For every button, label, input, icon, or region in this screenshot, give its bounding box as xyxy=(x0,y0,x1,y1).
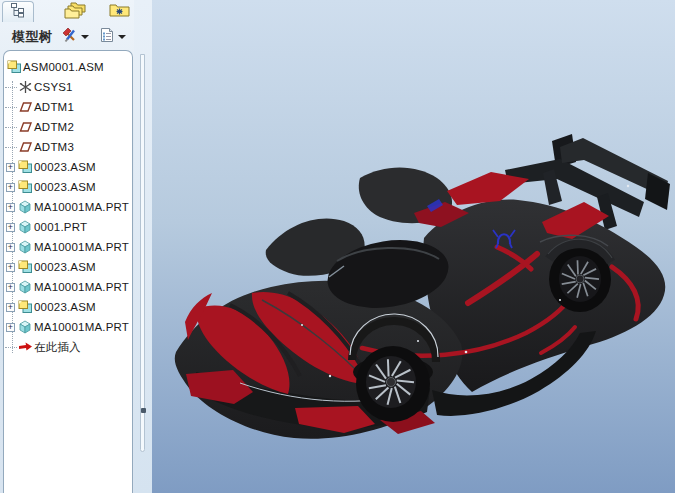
tree-item-label: ADTM2 xyxy=(34,121,74,133)
navigator-tabs xyxy=(0,0,134,22)
tree-tools-button[interactable] xyxy=(59,26,91,48)
tree-item[interactable]: +MA10001MA.PRT xyxy=(4,197,132,217)
chevron-down-icon xyxy=(81,35,89,39)
part-icon xyxy=(18,240,34,254)
tree-indent xyxy=(4,57,7,77)
tree-item-label: ADTM3 xyxy=(34,141,74,153)
tree-indent xyxy=(4,117,18,137)
navigator-header: 模型树 xyxy=(0,24,134,50)
panel-splitter[interactable] xyxy=(134,0,152,493)
tree-expander-icon[interactable]: + xyxy=(6,283,15,292)
rear-wheel[interactable] xyxy=(548,239,612,312)
panel-title: 模型树 xyxy=(12,28,53,46)
tree-settings-button[interactable] xyxy=(97,26,128,48)
tree-item[interactable]: +MA10001MA.PRT xyxy=(4,277,132,297)
part-icon xyxy=(18,220,34,234)
tree-item-label: CSYS1 xyxy=(34,81,73,93)
tree-expander-icon[interactable]: + xyxy=(6,263,15,272)
tree-indent xyxy=(4,97,18,117)
tree-indent xyxy=(4,77,18,97)
tree-item[interactable]: ADTM3 xyxy=(4,137,132,157)
tree-item[interactable]: +MA10001MA.PRT xyxy=(4,237,132,257)
tree-item-label: ADTM1 xyxy=(34,101,74,113)
tab-favorites[interactable] xyxy=(106,1,134,22)
insert-icon xyxy=(18,340,34,354)
chevron-down-icon xyxy=(118,35,126,39)
tree-item-label: 在此插入 xyxy=(34,340,81,355)
folder-star-icon xyxy=(109,2,131,22)
csys-icon xyxy=(18,80,34,94)
assembly-icon xyxy=(18,260,34,274)
splitter-groove xyxy=(140,54,145,452)
tree-expander-icon[interactable]: + xyxy=(6,303,15,312)
tree-indent xyxy=(4,137,18,157)
tab-folder-browser[interactable] xyxy=(56,1,100,22)
navigator-panel: 模型树 xyxy=(0,0,134,493)
tree-item[interactable]: +00023.ASM xyxy=(4,257,132,277)
tab-model-tree[interactable] xyxy=(2,1,34,22)
tree-expander-icon[interactable]: + xyxy=(6,163,15,172)
tree-item-label: 00023.ASM xyxy=(34,261,96,273)
tree-item[interactable]: +00023.ASM xyxy=(4,157,132,177)
splitter-handle[interactable] xyxy=(141,408,146,413)
tree-item[interactable]: CSYS1 xyxy=(4,77,132,97)
3d-viewport[interactable] xyxy=(152,0,675,493)
assembly-icon xyxy=(18,180,34,194)
tree-item-label: 00023.ASM xyxy=(34,301,96,313)
folders-icon xyxy=(63,1,93,23)
datum-icon xyxy=(18,120,34,134)
tree-indent xyxy=(4,337,18,357)
tree-expander-icon[interactable]: + xyxy=(6,203,15,212)
tree-expander-icon[interactable]: + xyxy=(6,323,15,332)
tree-item-label: 00023.ASM xyxy=(34,181,96,193)
tree-expander-icon[interactable]: + xyxy=(6,223,15,232)
tree-expander-icon[interactable]: + xyxy=(6,243,15,252)
assembly-icon xyxy=(18,300,34,314)
tree-item[interactable]: +MA10001MA.PRT xyxy=(4,317,132,337)
tree-item-label: ASM0001.ASM xyxy=(23,61,104,73)
tree-item-label: MA10001MA.PRT xyxy=(34,201,129,213)
part-icon xyxy=(18,320,34,334)
tree-item[interactable]: 在此插入 xyxy=(4,337,132,357)
tree-item[interactable]: ASM0001.ASM xyxy=(4,57,132,77)
app-window: 模型树 xyxy=(0,0,675,493)
tree-item-label: MA10001MA.PRT xyxy=(34,281,129,293)
tree-item[interactable]: +00023.ASM xyxy=(4,177,132,197)
datum-icon xyxy=(18,100,34,114)
car-model[interactable] xyxy=(152,0,675,493)
tree-item[interactable]: ADTM1 xyxy=(4,97,132,117)
tree-root: ASM0001.ASMCSYS1ADTM1ADTM2ADTM3+00023.AS… xyxy=(4,57,132,357)
tools-icon xyxy=(61,27,78,47)
hierarchy-icon xyxy=(10,2,26,22)
datum-icon xyxy=(18,140,34,154)
tree-expander-icon[interactable]: + xyxy=(6,183,15,192)
part-icon xyxy=(18,280,34,294)
assembly-icon xyxy=(7,60,23,74)
part-icon xyxy=(18,200,34,214)
assembly-icon xyxy=(18,160,34,174)
tree-item-label: 00023.ASM xyxy=(34,161,96,173)
tree-item[interactable]: +00023.ASM xyxy=(4,297,132,317)
settings-list-icon xyxy=(99,27,115,47)
model-tree: ASM0001.ASMCSYS1ADTM1ADTM2ADTM3+00023.AS… xyxy=(3,50,133,493)
tree-item[interactable]: +0001.PRT xyxy=(4,217,132,237)
tree-item-label: MA10001MA.PRT xyxy=(34,241,129,253)
tree-item-label: MA10001MA.PRT xyxy=(34,321,129,333)
tree-item-label: 0001.PRT xyxy=(34,221,87,233)
tree-item[interactable]: ADTM2 xyxy=(4,117,132,137)
